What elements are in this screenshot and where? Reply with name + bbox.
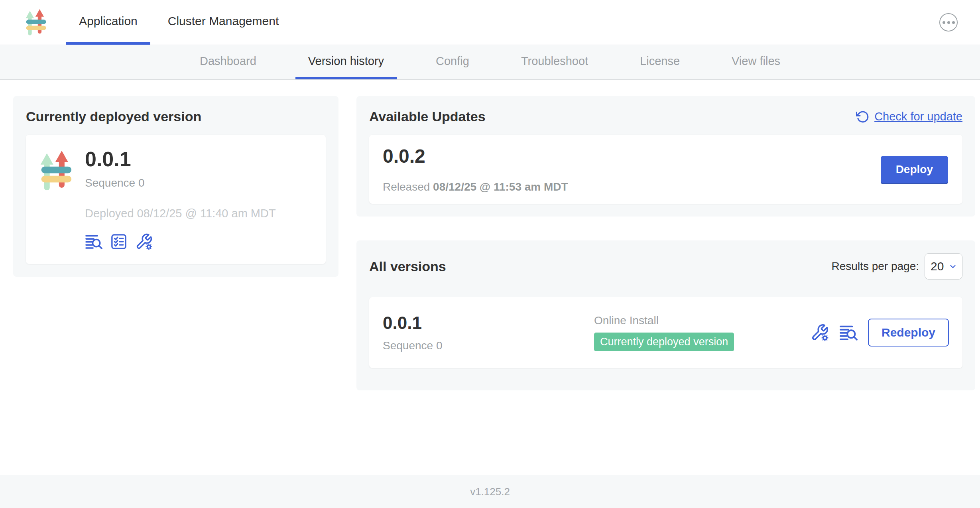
version-row: 0.0.1 Sequence 0 Online Install Currentl… [369, 297, 962, 368]
tab-application[interactable]: Application [66, 0, 150, 45]
chevron-down-icon [949, 262, 957, 271]
subtab-view-files[interactable]: View files [719, 45, 793, 79]
currently-deployed-panel: Currently deployed version 0.0.1 Sequenc… [13, 96, 338, 277]
redeploy-button[interactable]: Redeploy [868, 319, 949, 347]
currently-deployed-title: Currently deployed version [26, 109, 326, 124]
results-per-page-label: Results per page: [832, 260, 919, 273]
deploy-button[interactable]: Deploy [881, 156, 948, 183]
preflight-checklist-icon[interactable] [110, 233, 127, 250]
subtab-dashboard[interactable]: Dashboard [187, 45, 269, 79]
deployed-timestamp: Deployed 08/12/25 @ 11:40 am MDT [85, 207, 276, 220]
footer: v1.125.2 [0, 475, 980, 508]
config-wrench-icon[interactable] [811, 323, 829, 342]
subtab-config[interactable]: Config [423, 45, 482, 79]
available-updates-title: Available Updates [369, 109, 486, 124]
main-content: Currently deployed version 0.0.1 Sequenc… [0, 80, 980, 390]
subtab-version-history[interactable]: Version history [295, 45, 397, 79]
currently-deployed-badge: Currently deployed version [594, 333, 734, 351]
subtab-troubleshoot[interactable]: Troubleshoot [508, 45, 601, 79]
update-released-line: Released 08/12/25 @ 11:53 am MDT [383, 181, 568, 193]
results-per-page-select[interactable]: 20 [925, 253, 962, 280]
update-card: 0.0.2 Released 08/12/25 @ 11:53 am MDT D… [369, 135, 962, 204]
right-column: Available Updates Check for update 0.0.2… [356, 96, 975, 390]
update-version-number: 0.0.2 [383, 145, 568, 167]
config-wrench-icon[interactable] [135, 233, 153, 250]
top-tabs: Application Cluster Management [66, 0, 296, 45]
subtab-license[interactable]: License [627, 45, 693, 79]
row-version-number: 0.0.1 [383, 313, 594, 333]
app-logo-icon [26, 9, 47, 35]
all-versions-title: All versions [369, 259, 446, 274]
top-nav: Application Cluster Management [0, 0, 980, 45]
app-logo [26, 9, 47, 35]
release-notes-search-icon[interactable] [839, 324, 858, 341]
app-sub-nav: Dashboard Version history Config Trouble… [0, 45, 980, 80]
more-menu-button[interactable] [939, 13, 958, 32]
row-actions: Redeploy [811, 319, 949, 347]
available-updates-panel: Available Updates Check for update 0.0.2… [356, 96, 975, 217]
install-type-label: Online Install [594, 314, 803, 327]
deployed-version-card: 0.0.1 Sequence 0 Deployed 08/12/25 @ 11:… [26, 135, 326, 264]
check-for-update-link[interactable]: Check for update [856, 110, 962, 124]
console-version: v1.125.2 [470, 486, 510, 498]
release-notes-search-icon[interactable] [85, 234, 102, 250]
check-for-update-label: Check for update [874, 110, 962, 123]
all-versions-panel: All versions Results per page: 20 0.0.1 … [356, 240, 975, 390]
refresh-ccw-icon [856, 110, 870, 124]
app-logo-icon [40, 151, 73, 191]
deployed-sequence: Sequence 0 [85, 177, 276, 189]
row-sequence: Sequence 0 [383, 339, 594, 352]
deployed-actions [85, 233, 276, 250]
tab-cluster-management[interactable]: Cluster Management [155, 0, 291, 45]
deployed-version-number: 0.0.1 [85, 148, 276, 170]
ellipsis-icon [943, 21, 945, 24]
